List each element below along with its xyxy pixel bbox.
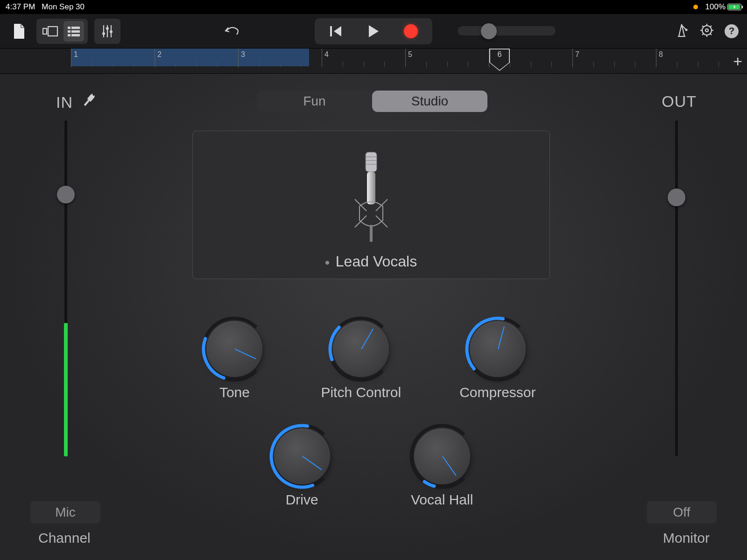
svg-point-18 (685, 28, 688, 31)
mode-studio[interactable]: Studio (372, 91, 487, 112)
mode-segmented-control: Fun Studio (257, 91, 487, 112)
svg-line-26 (710, 34, 712, 35)
bar-number: 1 (71, 50, 75, 59)
svg-rect-4 (71, 27, 80, 29)
status-date: Mon Sep 30 (42, 2, 85, 12)
svg-rect-2 (48, 27, 57, 36)
instrument-view: IN OUT Fun Studio (0, 74, 747, 560)
svg-rect-37 (367, 172, 375, 204)
svg-point-12 (102, 32, 105, 35)
bar-number: 5 (405, 50, 409, 59)
master-volume-slider[interactable] (458, 26, 556, 35)
preset-panel[interactable]: Lead Vocals (192, 131, 550, 279)
preset-indicator-dot (325, 261, 329, 265)
timeline-ruler[interactable]: 1234578 6 + (0, 49, 747, 74)
bar-number: 4 (322, 50, 326, 59)
svg-rect-7 (68, 34, 70, 36)
recording-indicator-dot (693, 5, 698, 9)
svg-rect-6 (71, 30, 80, 33)
monitor-label: Monitor (663, 530, 710, 546)
battery-icon (727, 4, 741, 10)
browser-view-button[interactable] (40, 21, 61, 42)
preset-name[interactable]: Lead Vocals (325, 253, 417, 270)
playhead[interactable]: 6 (489, 49, 510, 69)
svg-rect-33 (366, 152, 377, 172)
bar-number: 7 (572, 50, 577, 59)
svg-rect-1 (43, 28, 47, 34)
svg-line-32 (93, 96, 95, 97)
track-controls-button[interactable] (94, 19, 120, 44)
settings-button[interactable] (699, 23, 714, 40)
transport-controls (315, 18, 432, 44)
input-section-label: IN (56, 92, 95, 112)
compressor-knob[interactable] (470, 321, 526, 377)
input-plug-icon[interactable] (75, 90, 99, 115)
in-text: IN (56, 93, 73, 112)
svg-line-28 (710, 26, 712, 27)
undo-button[interactable] (220, 21, 242, 42)
metronome-button[interactable] (674, 22, 689, 40)
channel-label: Channel (38, 530, 91, 546)
output-section-label: OUT (662, 92, 697, 111)
vocal-hall-label: Vocal Hall (411, 492, 473, 508)
output-slider-thumb[interactable] (668, 189, 685, 206)
microphone-graphic (350, 150, 392, 244)
channel-select-button[interactable]: Mic (30, 501, 100, 524)
record-icon (404, 24, 418, 38)
mode-fun[interactable]: Fun (257, 91, 372, 112)
my-songs-button[interactable] (8, 21, 30, 42)
input-level-meter (64, 323, 68, 456)
svg-point-20 (705, 29, 708, 32)
svg-rect-30 (84, 100, 90, 106)
svg-rect-42 (370, 225, 373, 242)
pitch-control-label: Pitch Control (321, 385, 401, 400)
record-button[interactable] (392, 18, 430, 44)
svg-line-27 (702, 34, 704, 35)
add-track-button[interactable]: + (733, 53, 742, 69)
drive-knob[interactable] (274, 428, 330, 484)
drive-label: Drive (286, 492, 318, 508)
vocal-hall-knob[interactable] (414, 428, 470, 484)
svg-rect-5 (68, 30, 70, 33)
input-slider-thumb[interactable] (57, 186, 75, 203)
master-volume-thumb[interactable] (481, 23, 497, 39)
svg-line-25 (702, 26, 704, 27)
svg-line-39 (376, 199, 388, 211)
tone-label: Tone (219, 385, 250, 400)
bar-number: 3 (238, 50, 242, 59)
tracks-view-button[interactable] (63, 21, 84, 42)
pitch-control-knob[interactable] (333, 321, 389, 377)
svg-line-40 (355, 216, 366, 227)
svg-line-41 (376, 216, 388, 227)
compressor-label: Compressor (459, 385, 536, 400)
battery-percent: 100% (705, 2, 726, 12)
play-button[interactable] (355, 18, 392, 44)
playhead-bar-number: 6 (489, 50, 510, 59)
help-button[interactable]: ? (725, 24, 739, 38)
app-toolbar: ? (0, 14, 747, 49)
output-level-slider[interactable] (675, 120, 678, 456)
svg-rect-8 (71, 34, 80, 36)
svg-point-13 (106, 27, 109, 30)
go-to-start-button[interactable] (317, 18, 355, 44)
svg-rect-15 (330, 26, 332, 36)
status-time: 4:37 PM (6, 2, 35, 12)
view-switcher (36, 19, 88, 44)
status-bar: 4:37 PM Mon Sep 30 100% (0, 0, 747, 14)
tone-knob[interactable] (206, 321, 262, 377)
bar-number: 8 (656, 50, 660, 59)
svg-line-38 (355, 199, 366, 211)
bar-number: 2 (155, 50, 159, 59)
svg-rect-3 (68, 27, 70, 29)
monitor-toggle-button[interactable]: Off (647, 501, 717, 524)
preset-name-text: Lead Vocals (336, 253, 417, 270)
svg-point-14 (110, 30, 113, 33)
